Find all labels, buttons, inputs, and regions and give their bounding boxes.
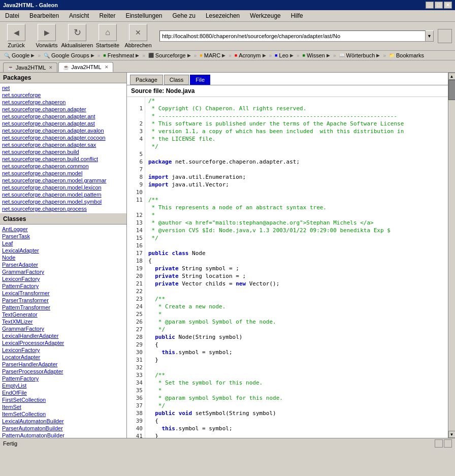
class-link[interactable]: LexiconFactory — [2, 346, 124, 354]
package-link[interactable]: net.sourceforge — [2, 91, 124, 99]
class-link[interactable]: PatternTransformer — [2, 304, 124, 311]
window-title: Java2HTML - Galeon — [3, 2, 58, 8]
class-link[interactable]: ParserAutomatonBuilder — [2, 425, 124, 432]
minimize-button[interactable]: _ — [426, 2, 434, 9]
menu-lesezeichen[interactable]: Lesezeichen — [203, 11, 243, 20]
class-link[interactable]: GrammarFactory — [2, 325, 124, 332]
class-link[interactable]: PatternAutomatonBuilder — [2, 432, 124, 438]
package-link[interactable]: net.sourceforge.chaperon.adapter.sax — [2, 141, 124, 148]
class-link[interactable]: FirstSetCollection — [2, 396, 124, 403]
package-link[interactable]: net.sourceforge.chaperon.build.conflict — [2, 155, 124, 163]
stop-button[interactable]: Abbrechen — [125, 24, 151, 48]
bookmark-marc[interactable]: ■ MARC ▶ — [199, 52, 226, 59]
maximize-button[interactable]: □ — [435, 2, 443, 9]
package-link[interactable]: net.sourceforge.chaperon.adapter.cocoon — [2, 134, 124, 141]
content-tab-package[interactable]: Package — [130, 75, 163, 85]
package-link[interactable]: net.sourceforge.chaperon.model — [2, 170, 124, 177]
bookmark-google-groups[interactable]: 🔍 Google Groups ▶ — [43, 52, 95, 59]
status-right — [435, 439, 452, 448]
class-link[interactable]: LexicalHandlerAdapter — [2, 332, 124, 339]
class-link[interactable]: LexicalAutomatonBuilder — [2, 418, 124, 425]
bookmark-leo[interactable]: ■ Leo ▶ — [274, 52, 295, 59]
class-link[interactable]: GrammarFactory — [2, 268, 124, 275]
address-dropdown-button[interactable]: ▼ — [426, 30, 434, 42]
package-link[interactable]: net.sourceforge.chaperon.model.symbol — [2, 198, 124, 205]
line-number: 6 — [129, 158, 143, 166]
bookmark-google-label: Google — [12, 52, 29, 58]
class-link[interactable]: ParserProcessorAdapter — [2, 368, 124, 375]
refresh-button[interactable]: Aktualisieren — [64, 24, 90, 48]
code-line: * @param symbol Symbol of the node. — [148, 318, 445, 326]
package-link[interactable]: net.sourceforge.chaperon — [2, 99, 124, 106]
class-link[interactable]: LexicalProcessorAdapter — [2, 339, 124, 346]
package-link[interactable]: net.sourceforge.chaperon.process — [2, 205, 124, 212]
bookmark-acronym[interactable]: ■ Acronym ▶ — [234, 52, 267, 59]
content-tabs-row: PackageClassFile — [127, 73, 448, 85]
bookmark-freshmeat[interactable]: ■ Freshmeat ▶ — [102, 52, 140, 59]
class-link[interactable]: PatternFactory — [2, 282, 124, 290]
menu-gehe-zu[interactable]: Gehe zu — [170, 11, 199, 20]
package-link[interactable]: net.sourceforge.chaperon.adapter — [2, 106, 124, 113]
menu-einstellungen[interactable]: Einstellungen — [122, 11, 165, 20]
home-button[interactable]: Startseite — [94, 24, 121, 48]
menu-werkzeuge[interactable]: Werkzeuge — [247, 11, 283, 20]
class-link[interactable]: LexicalTransformer — [2, 290, 124, 297]
window-scrollbar[interactable]: ▲ ▼ — [448, 73, 455, 438]
class-link[interactable]: EndOfFile — [2, 389, 124, 396]
bookmark-sourceforge[interactable]: ⬛ Sourceforge ▶ — [147, 52, 192, 59]
class-link[interactable]: TextXMLizer — [2, 318, 124, 325]
bookmark-woerterbuch[interactable]: 📖 Wörterbuch ▶ — [338, 52, 381, 59]
content-tab-file[interactable]: File — [190, 75, 210, 85]
scrollbar-up[interactable]: ▲ — [448, 73, 456, 80]
package-link[interactable]: net.sourceforge.chaperon.model.lexicon — [2, 184, 124, 191]
bookmark-wissen[interactable]: ■ Wissen ▶ — [301, 52, 331, 59]
class-link[interactable]: TextGenerator — [2, 311, 124, 318]
tab-0-close[interactable]: ✕ — [49, 65, 53, 70]
package-link[interactable]: net.sourceforge.chaperon.model.grammar — [2, 177, 124, 184]
class-link[interactable]: ParserHandlerAdapter — [2, 361, 124, 368]
scrollbar-thumb[interactable] — [448, 80, 456, 100]
back-icon — [7, 24, 25, 41]
tab-1-close[interactable]: ✕ — [105, 65, 109, 70]
tab-0-label: Java2HTML — [16, 65, 46, 71]
bookmark-bookmarks[interactable]: 📁 Bookmarks — [388, 52, 425, 59]
bookmark-google[interactable]: 🔍 Google ▶ — [3, 52, 36, 59]
menu-ansicht[interactable]: Ansicht — [66, 11, 92, 20]
class-link[interactable]: LexicalAdapter — [2, 247, 124, 254]
back-button[interactable]: Zurück — [3, 24, 29, 48]
package-link[interactable]: net.sourceforge.chaperon.adapter.avalon — [2, 127, 124, 134]
class-link[interactable]: ParserAdapter — [2, 261, 124, 268]
class-link[interactable]: ItemSetCollection — [2, 410, 124, 418]
package-link[interactable]: net.sourceforge.chaperon.adapter.ast — [2, 120, 124, 127]
scrollbar-track[interactable] — [448, 80, 456, 431]
scrollbar-down[interactable]: ▼ — [448, 431, 456, 438]
class-link[interactable]: ItemSet — [2, 403, 124, 410]
tab-0[interactable]: ☕ Java2HTML ✕ — [3, 62, 57, 72]
line-number: 1 — [129, 105, 143, 112]
code-line: * --------------------------------------… — [148, 112, 445, 120]
forward-button[interactable]: Vorwärts — [34, 24, 60, 48]
address-input[interactable] — [159, 30, 426, 42]
class-link[interactable]: PatternFactory — [2, 375, 124, 382]
class-link[interactable]: LocatorAdapter — [2, 354, 124, 361]
tab-1[interactable]: ☕ Java2HTML ✕ — [58, 62, 113, 72]
menu-datei[interactable]: Datei — [2, 11, 22, 20]
class-link[interactable]: Node — [2, 254, 124, 261]
package-link[interactable]: net.sourceforge.chaperon.adapter.ant — [2, 113, 124, 120]
class-link[interactable]: Leaf — [2, 240, 124, 247]
title-bar: Java2HTML - Galeon _ □ ✕ — [0, 0, 455, 10]
close-button[interactable]: ✕ — [444, 2, 452, 9]
menu-hilfe[interactable]: Hilfe — [288, 11, 306, 20]
menu-reiter[interactable]: Reiter — [96, 11, 118, 20]
class-link[interactable]: AntLogger — [2, 226, 124, 233]
package-link[interactable]: net.sourceforge.chaperon.build — [2, 148, 124, 155]
class-link[interactable]: EmptyList — [2, 382, 124, 389]
content-tab-class[interactable]: Class — [164, 75, 189, 85]
class-link[interactable]: LexiconFactory — [2, 275, 124, 282]
package-link[interactable]: net.sourceforge.chaperon.common — [2, 163, 124, 170]
package-link[interactable]: net.sourceforge.chaperon.model.pattern — [2, 191, 124, 198]
class-link[interactable]: ParserTask — [2, 233, 124, 240]
menu-bearbeiten[interactable]: Bearbeiten — [26, 11, 62, 20]
package-link[interactable]: net — [2, 84, 124, 91]
class-link[interactable]: ParserTransformer — [2, 297, 124, 304]
